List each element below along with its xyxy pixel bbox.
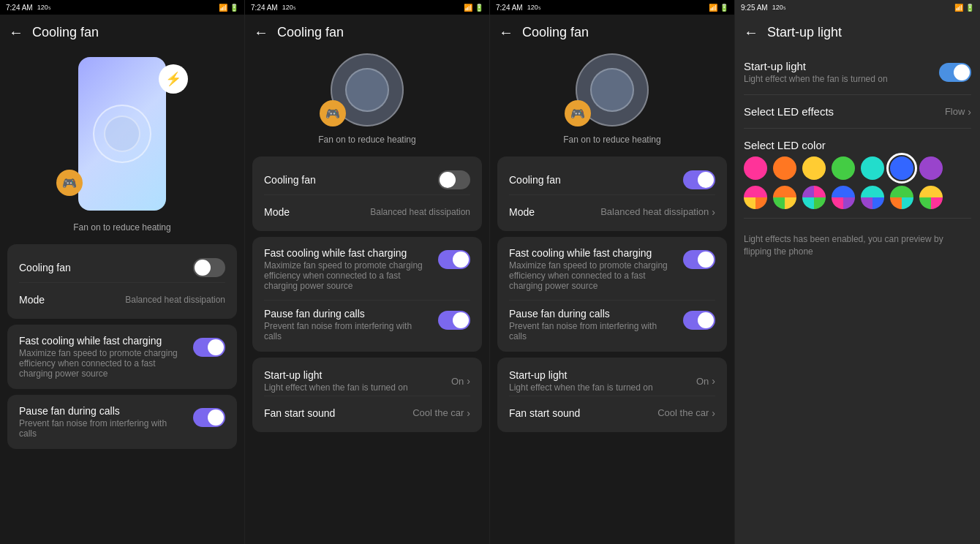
settings-list-1: Cooling fan Mode Balanced heat dissipati… [0,244,244,544]
status-left-1: 7:24 AM 120₅ [6,4,51,12]
color-green[interactable] [832,156,855,180]
fast-cooling-toggle-1[interactable] [193,338,225,357]
color-multi-4[interactable] [832,186,855,209]
controller-badge-2: 🎮 [320,100,346,126]
controller-icon-3: 🎮 [570,107,585,121]
controller-icon-2: 🎮 [325,107,340,121]
pause-fan-label-3: Pause fan during calls [509,308,676,320]
fast-cooling-desc-1: Maximize fan speed to promote charging e… [19,348,186,379]
pause-fan-desc-1: Prevent fan noise from interfering with … [19,418,186,439]
startup-light-main-label: Start-up light [744,60,888,72]
signal-1: 120₅ [37,4,51,11]
pause-fan-text-1: Pause fan during calls Prevent fan noise… [19,405,186,439]
color-multi-7[interactable] [919,186,943,209]
color-multi-3[interactable] [802,186,826,209]
time-2: 7:24 AM [251,4,278,12]
controller-badge-top-1: ⚡ [159,64,188,94]
fast-cooling-toggle-3[interactable] [683,250,715,269]
color-multi-1[interactable] [744,186,767,209]
fan-sound-row-2[interactable]: Fan start sound Cool the car › [264,396,470,422]
startup-light-row-3[interactable]: Start-up light Light effect when the fan… [509,368,715,394]
fan-inner-1 [104,116,140,152]
pause-fan-desc-3: Prevent fan noise from interfering with … [509,321,676,341]
pause-fan-row-2: Pause fan during calls Prevent fan noise… [264,300,470,341]
wifi-icon-3: 📶 [709,4,717,12]
startup-light-chevron-3: › [712,375,715,387]
controller-badge-3: 🎮 [565,100,591,126]
fast-cooling-label-2: Fast cooling while fast charging [264,247,431,259]
pause-fan-row-1: Pause fan during calls Prevent fan noise… [19,405,225,439]
startup-content-4: Start-up light Light effect when the fan… [735,50,980,544]
startup-light-row-2[interactable]: Start-up light Light effect when the fan… [264,368,470,394]
battery-icon-1: 🔋 [230,4,238,12]
led-color-section: Select LED color [744,129,971,219]
mode-value-3: Balanced heat dissipation › [600,206,715,218]
startup-light-value-3: On › [696,375,715,387]
color-multi-6[interactable] [890,186,913,209]
fast-cooling-row-3: Fast cooling while fast charging Maximiz… [509,247,715,291]
fan-inner-sm-2 [345,68,389,112]
color-cyan[interactable] [861,156,884,180]
settings-list-2: Cooling fan Mode Balanced heat dissipati… [245,156,489,544]
pause-fan-toggle-2[interactable] [438,311,470,330]
phone-mockup-1 [78,57,166,211]
back-button-1[interactable]: ← [9,24,23,41]
led-effects-chevron: › [968,106,971,118]
color-row-1 [744,156,971,186]
signal-4: 120₅ [772,4,786,11]
back-button-3[interactable]: ← [499,24,513,41]
color-multi-2[interactable] [773,186,796,209]
fast-cooling-label-1: Fast cooling while fast charging [19,335,186,347]
status-bar-3: 7:24 AM 120₅ 📶 🔋 [490,0,734,15]
back-button-4[interactable]: ← [744,24,758,41]
panel-2: 7:24 AM 120₅ 📶 🔋 ← Cooling fan 🎮 Fan on … [245,0,490,544]
led-effects-row[interactable]: Select LED effects Flow › [744,95,971,129]
mode-row-2[interactable]: Mode Balanced heat dissipation [264,194,470,221]
fast-cooling-text-1: Fast cooling while fast charging Maximiz… [19,335,186,379]
battery-icon-2: 🔋 [475,4,483,12]
pause-fan-card-1: Pause fan during calls Prevent fan noise… [7,395,237,449]
controller-icon-top-1: ⚡ [165,71,181,87]
controller-icon-sm-1: 🎮 [62,176,77,190]
cooling-fan-toggle-1[interactable] [193,258,225,277]
back-button-2[interactable]: ← [254,24,268,41]
page-title-2: Cooling fan [277,25,344,40]
color-multi-5[interactable] [861,186,884,209]
pause-fan-toggle-1[interactable] [193,408,225,427]
pause-fan-toggle-3[interactable] [683,311,715,330]
color-purple[interactable] [919,156,943,180]
top-bar-2: ← Cooling fan [245,15,489,50]
fan-sound-label-3: Fan start sound [509,407,580,419]
fast-cooling-toggle-2[interactable] [438,250,470,269]
fast-cooling-desc-3: Maximize fan speed to promote charging e… [509,260,676,291]
startup-light-label-2: Start-up light [264,369,408,381]
cooling-fan-toggle-2[interactable] [438,170,470,189]
color-hot-pink[interactable] [744,156,767,180]
signal-3: 120₅ [527,4,541,11]
fan-image-area-3: 🎮 Fan on to reduce heating [490,50,734,156]
fan-image-area-2: 🎮 Fan on to reduce heating [245,50,489,156]
color-orange[interactable] [773,156,796,180]
cooling-fan-toggle-3[interactable] [683,170,715,189]
color-blue[interactable] [890,156,913,180]
panel-4: 9:25 AM 120₅ 📶 🔋 ← Start-up light Start-… [735,0,980,544]
battery-icon-4: 🔋 [965,4,974,12]
status-bar-2: 7:24 AM 120₅ 📶 🔋 [245,0,489,15]
cooling-fan-card-1: Cooling fan Mode Balanced heat dissipati… [7,244,237,319]
mode-row-1[interactable]: Mode Balanced heat dissipation [19,282,225,309]
cooling-fan-knob-2 [440,172,456,188]
fan-sound-row-3[interactable]: Fan start sound Cool the car › [509,396,715,422]
mode-row-3[interactable]: Mode Balanced heat dissipation › [509,194,715,221]
startup-light-main-toggle[interactable] [939,63,971,82]
mode-label-3: Mode [509,206,535,218]
startup-light-card-2[interactable]: Start-up light Light effect when the fan… [252,358,482,432]
led-effects-value: Flow › [945,106,971,118]
startup-light-card-3[interactable]: Start-up light Light effect when the fan… [497,358,727,432]
mode-chevron-3: › [712,206,715,218]
time-4: 9:25 AM [741,4,768,12]
color-yellow[interactable] [802,156,826,180]
fan-image-area-1: ⚡ 🎮 Fan on to reduce heating [0,50,244,244]
fan-sound-value-2: Cool the car › [412,407,470,419]
startup-light-main-desc: Light effect when the fan is turned on [744,74,888,84]
signal-2: 120₅ [282,4,296,11]
